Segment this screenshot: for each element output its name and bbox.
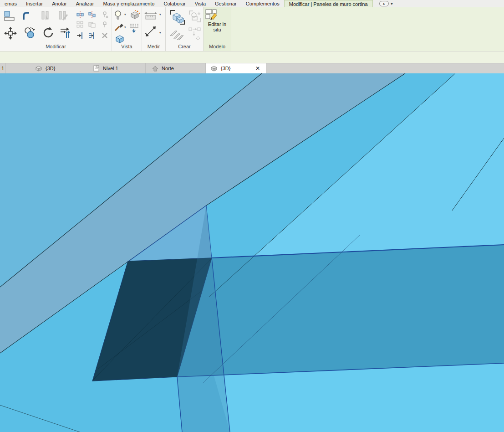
tab-insertar[interactable]: Insertar bbox=[21, 0, 47, 7]
tab-anotar[interactable]: Anotar bbox=[47, 0, 71, 7]
view-tab-partial-label: 1 bbox=[1, 66, 4, 71]
panel-modelo: Editar in situ Modelo bbox=[204, 7, 231, 51]
dimension-dropdown-icon[interactable]: ▾ bbox=[159, 31, 161, 35]
panel-modificar: Modificar bbox=[0, 7, 112, 51]
floor-plan-icon bbox=[93, 65, 100, 72]
section-box-icon[interactable] bbox=[115, 34, 126, 44]
tab-modificar-paneles-muro-cortina[interactable]: Modificar | Paneles de muro cortina bbox=[284, 0, 373, 7]
panel-medir: ▾ ▾ Medir bbox=[142, 7, 166, 51]
cut-geometry-icon[interactable] bbox=[40, 10, 52, 22]
render-box-icon[interactable] bbox=[129, 10, 140, 20]
move-icon[interactable] bbox=[4, 26, 17, 40]
ribbon-collapse-icon[interactable]: ▲ bbox=[379, 1, 389, 6]
align-icon[interactable] bbox=[76, 32, 84, 39]
delete-icon[interactable] bbox=[101, 32, 108, 39]
view-tab-nivel-1-label: Nivel 1 bbox=[103, 66, 118, 71]
view-tab-nivel-1[interactable]: Nivel 1 bbox=[89, 63, 146, 73]
panel-crear: Crear bbox=[166, 7, 204, 51]
panel-label-medir[interactable]: Medir bbox=[142, 44, 165, 51]
offset-align-icon[interactable] bbox=[59, 26, 72, 39]
elevation-icon bbox=[152, 66, 158, 72]
ribbon-contextual-spacer bbox=[231, 7, 504, 51]
3d-view-icon bbox=[35, 65, 42, 72]
mirror-icon[interactable] bbox=[88, 21, 96, 28]
rotate-icon[interactable] bbox=[42, 26, 55, 39]
view-tab-norte-label: Norte bbox=[162, 66, 174, 71]
edit-in-place-button[interactable]: Editar in situ bbox=[205, 9, 229, 42]
tab-vista[interactable]: Vista bbox=[190, 0, 210, 7]
tab-masa-y-emplazamiento[interactable]: Masa y emplazamiento bbox=[98, 0, 159, 7]
panel-label-modelo[interactable]: Modelo bbox=[204, 44, 231, 51]
panel-vista: ▾ ▾ Vista bbox=[112, 7, 142, 51]
edit-in-place-icon bbox=[205, 9, 218, 21]
3d-viewport[interactable] bbox=[0, 73, 504, 432]
paste-panel-icon[interactable] bbox=[4, 10, 15, 22]
revit-window: emas Insertar Anotar Analizar Masa y emp… bbox=[0, 0, 504, 432]
lightbulb-dropdown-icon[interactable]: ▾ bbox=[124, 13, 126, 16]
pin-icon[interactable] bbox=[101, 21, 108, 28]
ribbon-collapse-control[interactable]: ▲ ▼ bbox=[379, 0, 394, 7]
create-parts-icon[interactable] bbox=[169, 27, 185, 40]
lightbulb-icon[interactable] bbox=[114, 10, 123, 20]
tab-colaborar[interactable]: Colaborar bbox=[159, 0, 190, 7]
array-icon[interactable] bbox=[76, 21, 84, 28]
ribbon-collapse-dropdown-icon[interactable]: ▼ bbox=[390, 2, 394, 6]
tab-complementos[interactable]: Complementos bbox=[241, 0, 284, 7]
ribbon: Modificar ▾ ▾ Vista bbox=[0, 7, 504, 51]
model-canvas bbox=[0, 73, 504, 432]
cope-icon[interactable] bbox=[22, 10, 34, 22]
create-group-icon[interactable] bbox=[169, 9, 186, 26]
paintbrush-icon[interactable] bbox=[114, 22, 124, 32]
assembly-disabled-icon[interactable] bbox=[188, 27, 201, 40]
hidden-lines-icon[interactable] bbox=[129, 23, 139, 33]
copy-icon[interactable] bbox=[24, 26, 36, 39]
view-tab-partial[interactable]: 1 bbox=[0, 63, 6, 73]
paintbrush-dropdown-icon[interactable]: ▾ bbox=[124, 26, 126, 29]
group-disabled-icon[interactable] bbox=[188, 10, 201, 23]
measure-icon[interactable] bbox=[144, 11, 158, 21]
ribbon-tab-bar: emas Insertar Anotar Analizar Masa y emp… bbox=[0, 0, 504, 8]
dimension-diagonal-icon[interactable] bbox=[145, 26, 157, 37]
tab-analizar[interactable]: Analizar bbox=[71, 0, 99, 7]
measure-dropdown-icon[interactable]: ▾ bbox=[159, 13, 161, 16]
join-geometry-icon[interactable] bbox=[57, 10, 69, 22]
view-tab-3d-active[interactable]: {3D} ✕ bbox=[206, 63, 266, 73]
tab-gestionar[interactable]: Gestionar bbox=[210, 0, 241, 7]
view-tab-norte[interactable]: Norte bbox=[146, 63, 206, 73]
panel-label-crear[interactable]: Crear bbox=[166, 44, 203, 51]
edit-in-place-label: Editar in situ bbox=[205, 21, 229, 32]
3d-view-icon bbox=[210, 65, 218, 72]
panel-label-modificar[interactable]: Modificar bbox=[0, 44, 112, 51]
split-with-gap-icon[interactable] bbox=[88, 11, 96, 18]
align-multiple-icon[interactable] bbox=[88, 32, 96, 39]
view-tab-3d-active-label: {3D} bbox=[221, 66, 230, 71]
view-tab-3d[interactable]: {3D} bbox=[6, 63, 89, 73]
tab-sistemas[interactable]: emas bbox=[0, 0, 21, 7]
view-tab-3d-label: {3D} bbox=[46, 66, 55, 71]
split-element-icon[interactable] bbox=[76, 11, 84, 18]
close-view-tab-icon[interactable]: ✕ bbox=[254, 65, 261, 72]
panel-label-vista[interactable]: Vista bbox=[112, 44, 142, 51]
view-tab-bar: 1 {3D} Nivel 1 Norte {3D} ✕ bbox=[0, 63, 504, 73]
options-bar bbox=[0, 51, 504, 63]
unpin-icon[interactable] bbox=[101, 11, 108, 18]
